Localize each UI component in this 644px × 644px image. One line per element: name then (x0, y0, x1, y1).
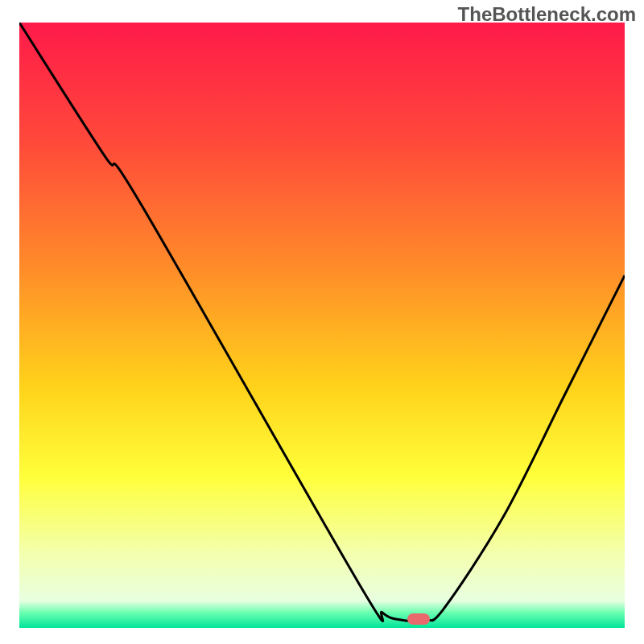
plot-area (19, 23, 625, 625)
chart-container: TheBottleneck.com (0, 0, 644, 644)
bottleneck-marker (407, 613, 430, 625)
bottleneck-curve (19, 23, 625, 621)
curve-layer (19, 23, 625, 625)
watermark-text: TheBottleneck.com (458, 3, 636, 26)
